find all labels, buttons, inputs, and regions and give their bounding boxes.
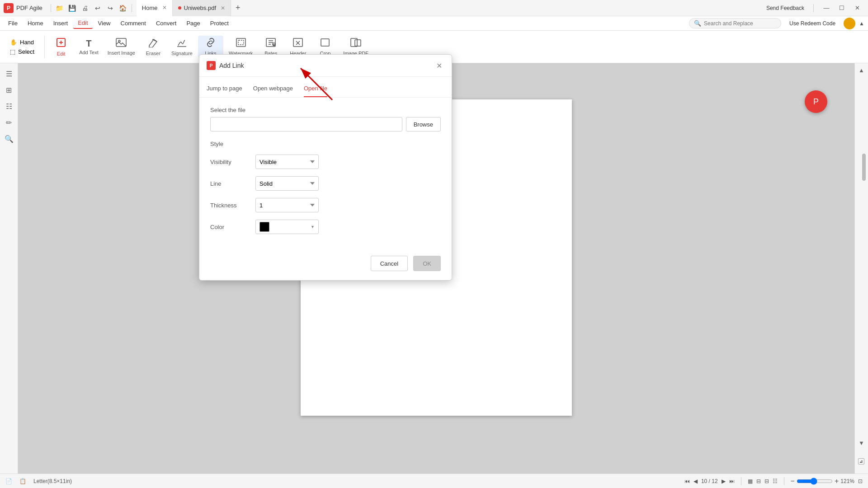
toolbar-sep-1 [44,36,45,58]
dialog-tabs: Jump to page Open webpage Open file [199,77,452,98]
menu-view[interactable]: View [94,18,115,28]
search-icon: 🔍 [694,20,701,27]
prev-page-btn[interactable]: ◀ [693,478,698,484]
print-icon[interactable]: 🖨 [81,4,89,12]
adjust-icon[interactable]: ⊿ [858,458,864,465]
dialog-title: Add Link [219,62,244,69]
eraser-icon [148,38,159,50]
menu-page[interactable]: Page [182,18,204,28]
first-page-btn[interactable]: ⏮ [684,478,690,484]
dialog-tab-webpage[interactable]: Open webpage [253,82,293,97]
sidebar-thumbnails-icon[interactable]: ⊞ [2,83,16,97]
page-view-icon-1[interactable]: ▦ [748,478,753,484]
status-bar-right: ⏮ ◀ 10 / 12 ▶ ⏭ ▦ ⊟ ⊟ ☷ − + 121% ⊡ [684,477,863,485]
color-select[interactable]: ▼ [255,220,319,234]
app-name: PDF Agile [16,5,42,11]
page-view-icon-2[interactable]: ⊟ [756,478,761,484]
svg-rect-18 [355,40,361,46]
toolbar-edit[interactable]: Edit [48,35,74,58]
menu-home[interactable]: Home [23,18,48,28]
hand-tool[interactable]: ✋ Hand [7,38,37,47]
menu-comment[interactable]: Comment [116,18,151,28]
app-logo: P [4,3,14,13]
last-page-btn[interactable]: ⏭ [729,478,735,484]
tab-home[interactable]: Home ✕ [137,0,173,16]
maximize-button[interactable]: ☐ [835,3,849,13]
line-row: Line Solid Dashed Underline [210,176,441,191]
floating-action-icon[interactable]: P [805,90,827,113]
toolbar-signature[interactable]: Signature [168,36,196,58]
select-icon: ⬚ [10,48,15,55]
tab-document-label: Uniwebs.pdf [184,5,217,11]
visibility-select[interactable]: Visible Hidden No View [255,155,319,169]
feedback-button[interactable]: Send Feedback [763,4,808,12]
select-label: Select [18,48,34,55]
separator [51,4,51,12]
zoom-in-btn[interactable]: + [835,477,839,485]
dialog-close-button[interactable]: ✕ [434,60,444,71]
dialog-tab-openfile[interactable]: Open file [304,82,327,97]
thickness-select[interactable]: 1 2 3 4 [255,198,319,212]
menu-insert[interactable]: Insert [49,18,73,28]
undo-icon[interactable]: ↩ [94,4,102,12]
browse-button[interactable]: Browse [406,117,441,131]
hand-label: Hand [20,39,34,46]
dialog-header-icon: P [207,61,216,70]
fit-screen-btn[interactable]: ⊡ [858,478,863,484]
home-icon[interactable]: 🏠 [119,4,127,12]
file-section-label: Select the file [210,107,441,113]
toolbar-eraser-label: Eraser [146,51,160,56]
color-row: Color ▼ [210,220,441,234]
file-input[interactable] [210,117,402,131]
sep [741,477,741,485]
sidebar-search-icon[interactable]: 🔍 [2,132,16,145]
page-view-icon-4[interactable]: ☷ [773,478,778,484]
menu-protect[interactable]: Protect [206,18,233,28]
redo-icon[interactable]: ↪ [106,4,114,12]
hand-select-group: ✋ Hand ⬚ Select [4,36,41,58]
tab-document-close[interactable]: ✕ [221,5,225,11]
right-sidebar-scroll-down[interactable]: ▼ [859,440,864,446]
close-button[interactable]: ✕ [850,3,864,13]
dialog-body: Select the file Browse Style Visibility … [199,98,452,250]
page-view-icon-3[interactable]: ⊟ [764,478,769,484]
sidebar-annotations-icon[interactable]: ✏ [2,116,16,129]
select-tool[interactable]: ⬚ Select [7,47,37,56]
tab-home-close[interactable]: ✕ [162,5,167,11]
open-file-icon[interactable]: 📁 [56,4,64,12]
dialog-footer: Cancel OK [199,250,452,280]
user-avatar[interactable] [844,18,855,29]
minimize-button[interactable]: — [819,3,834,13]
toolbar-insert-image[interactable]: Insert Image [104,36,139,57]
sidebar-pages-icon[interactable]: ☰ [2,67,16,80]
zoom-slider[interactable] [797,478,833,485]
sidebar-bookmarks-icon[interactable]: ☷ [2,99,16,113]
redeem-button[interactable]: Use Redeem Code [785,19,840,28]
menu-edit[interactable]: Edit [73,18,92,29]
menu-convert[interactable]: Convert [151,18,181,28]
toolbar-eraser[interactable]: Eraser [141,36,166,58]
image-pdf-icon [350,38,362,50]
sep2 [784,477,784,485]
scroll-thumb[interactable] [862,154,866,181]
ok-button[interactable]: OK [413,256,441,271]
search-input[interactable] [704,20,776,27]
line-select[interactable]: Solid Dashed Underline [255,176,319,191]
signature-icon [176,38,187,50]
add-tab-button[interactable]: + [231,0,245,16]
toolbar-insert-image-label: Insert Image [108,50,135,56]
tab-document[interactable]: Uniwebs.pdf ✕ [173,0,231,16]
dialog-tab-jump[interactable]: Jump to page [207,82,242,97]
page-size: Letter(8.5×11in) [33,478,72,484]
search-bar: 🔍 [689,18,781,28]
color-dropdown-arrow: ▼ [311,225,315,229]
zoom-out-btn[interactable]: − [791,477,795,485]
toolbar-add-text[interactable]: T Add Text [75,37,102,57]
visibility-row: Visibility Visible Hidden No View [210,155,441,169]
next-page-btn[interactable]: ▶ [722,478,726,484]
menu-file[interactable]: File [4,18,22,28]
cancel-button[interactable]: Cancel [371,256,408,271]
save-icon[interactable]: 💾 [68,4,76,12]
collapse-icon[interactable]: ▲ [859,20,864,27]
right-sidebar-scroll-up[interactable]: ▲ [859,67,864,74]
